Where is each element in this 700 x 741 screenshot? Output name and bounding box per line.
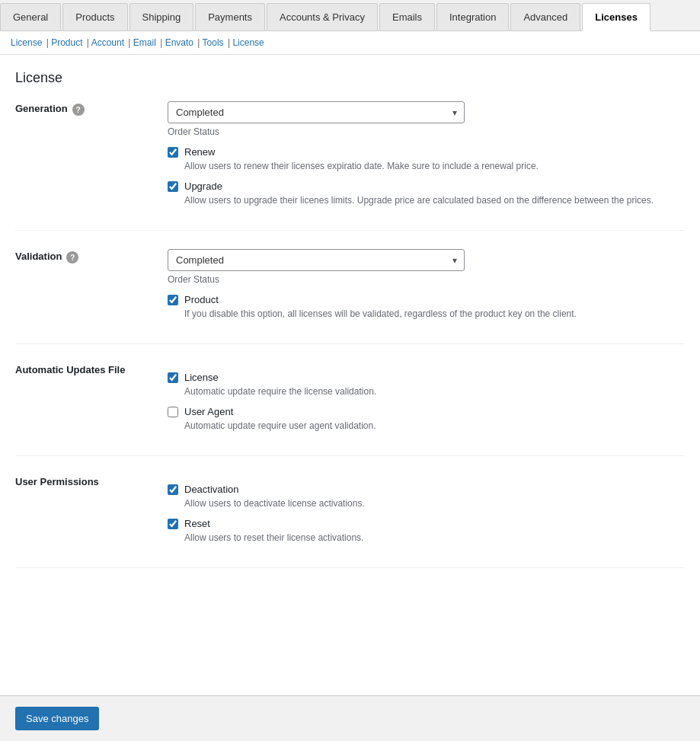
- checkbox-label-user-agent: User Agent: [184, 406, 233, 417]
- checkbox-desc-deactivation: Allow users to deactivate license activa…: [168, 498, 685, 509]
- checkbox-product[interactable]: [168, 295, 178, 305]
- section-user-permissions: User PermissionsDeactivationAllow users …: [15, 474, 685, 568]
- checkbox-desc-renew: Allow users to renew their licenses expi…: [168, 161, 685, 171]
- checkbox-row-license-check: License: [168, 372, 685, 383]
- checkbox-upgrade[interactable]: [168, 181, 178, 192]
- content-area: License Generation?CompletedProcessingOn…: [0, 55, 700, 710]
- tab-payments[interactable]: Payments: [195, 3, 265, 30]
- checkbox-desc-upgrade: Allow users to upgrade their licenes lim…: [168, 195, 685, 206]
- help-icon-validation[interactable]: ?: [66, 251, 78, 264]
- tab-products[interactable]: Products: [62, 3, 127, 30]
- sub-nav: License | Product | Account | Email | En…: [0, 31, 700, 55]
- save-changes-button[interactable]: Save changes: [15, 707, 99, 710]
- save-bar: Save changes: [0, 695, 700, 710]
- subnav-tools[interactable]: Tools: [203, 37, 224, 48]
- order-status-desc-validation: Order Status: [168, 274, 685, 285]
- section-label-automatic-updates-file: Automatic Updates File: [15, 363, 168, 437]
- select-validation[interactable]: CompletedProcessingOn HoldPending paymen…: [168, 249, 465, 271]
- subnav-email[interactable]: Email: [133, 37, 156, 48]
- tab-accounts-privacy[interactable]: Accounts & Privacy: [267, 3, 378, 30]
- checkbox-row-renew: Renew: [168, 146, 685, 158]
- section-content-automatic-updates-file: LicenseAutomatic update require the lice…: [168, 363, 685, 437]
- tab-general[interactable]: General: [0, 3, 61, 30]
- section-label-generation: Generation?: [15, 101, 168, 212]
- tab-licenses[interactable]: Licenses: [582, 3, 650, 31]
- checkbox-row-product: Product: [168, 294, 685, 305]
- checkbox-desc-reset: Allow users to reset their license activ…: [168, 532, 685, 543]
- section-label-user-permissions: User Permissions: [15, 474, 168, 549]
- section-generation: Generation?CompletedProcessingOn HoldPen…: [15, 101, 685, 231]
- checkbox-label-deactivation: Deactivation: [184, 484, 239, 495]
- section-content-user-permissions: DeactivationAllow users to deactivate li…: [168, 474, 685, 549]
- checkbox-label-renew: Renew: [184, 146, 215, 158]
- checkbox-row-user-agent: User Agent: [168, 406, 685, 417]
- subnav-envato[interactable]: Envato: [165, 37, 193, 48]
- section-content-validation: CompletedProcessingOn HoldPending paymen…: [168, 249, 685, 325]
- checkbox-row-deactivation: Deactivation: [168, 484, 685, 495]
- section-label-validation: Validation?: [15, 249, 168, 325]
- select-wrapper-generation: CompletedProcessingOn HoldPending paymen…: [168, 101, 465, 123]
- subnav-license[interactable]: License: [11, 37, 42, 48]
- checkbox-reset[interactable]: [168, 519, 178, 529]
- tab-shipping[interactable]: Shipping: [129, 3, 194, 30]
- checkbox-label-upgrade: Upgrade: [184, 180, 222, 192]
- checkbox-desc-user-agent: Automatic update require user agent vali…: [168, 420, 685, 431]
- checkbox-label-reset: Reset: [184, 518, 210, 529]
- checkbox-deactivation[interactable]: [168, 484, 178, 495]
- subnav-product[interactable]: Product: [51, 37, 82, 48]
- checkbox-row-upgrade: Upgrade: [168, 180, 685, 192]
- checkbox-row-reset: Reset: [168, 518, 685, 529]
- section-content-generation: CompletedProcessingOn HoldPending paymen…: [168, 101, 685, 212]
- subnav-license[interactable]: License: [232, 37, 264, 48]
- section-automatic-updates-file: Automatic Updates FileLicenseAutomatic u…: [15, 363, 685, 456]
- help-icon-generation[interactable]: ?: [72, 104, 85, 116]
- page-title: License: [15, 70, 685, 86]
- top-nav: GeneralProductsShippingPaymentsAccounts …: [0, 0, 700, 31]
- select-generation[interactable]: CompletedProcessingOn HoldPending paymen…: [168, 101, 465, 123]
- tab-emails[interactable]: Emails: [379, 3, 435, 30]
- checkbox-renew[interactable]: [168, 147, 178, 158]
- order-status-desc-generation: Order Status: [168, 126, 685, 137]
- checkbox-desc-product: If you disable this option, all licenses…: [168, 308, 685, 319]
- checkbox-desc-license-check: Automatic update require the license val…: [168, 386, 685, 397]
- checkbox-license-check[interactable]: [168, 372, 178, 383]
- tab-integration[interactable]: Integration: [436, 3, 509, 30]
- select-wrapper-validation: CompletedProcessingOn HoldPending paymen…: [168, 249, 465, 271]
- checkbox-label-product: Product: [184, 294, 219, 305]
- tab-advanced[interactable]: Advanced: [510, 3, 580, 30]
- subnav-account[interactable]: Account: [91, 37, 124, 48]
- checkbox-label-license-check: License: [184, 372, 219, 383]
- section-validation: Validation?CompletedProcessingOn HoldPen…: [15, 249, 685, 344]
- checkbox-user-agent[interactable]: [168, 407, 178, 417]
